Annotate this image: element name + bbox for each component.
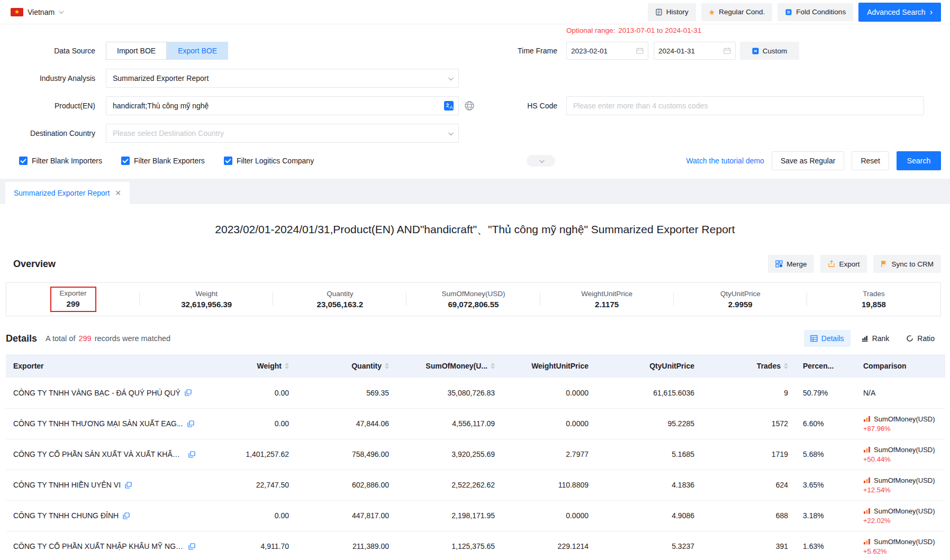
- exporter-name[interactable]: CÔNG TY TNHH CHUNG ĐỈNH: [13, 511, 119, 520]
- copy-icon[interactable]: [185, 389, 192, 396]
- quantity-cell: 47,844.06: [296, 408, 396, 439]
- custom-range-button[interactable]: Custom: [740, 42, 799, 60]
- qty-unit-price-cell: 5.1685: [596, 439, 702, 470]
- calendar-icon: [723, 47, 731, 54]
- stat-exporter: Exporter 299: [6, 287, 140, 312]
- qty-unit-price-cell: 5.3237: [596, 531, 702, 560]
- weight-cell: 0.00: [203, 500, 296, 531]
- vietnam-flag-icon: ★: [11, 8, 23, 16]
- time-frame-label: Time Frame: [504, 47, 557, 55]
- merge-button[interactable]: Merge: [768, 255, 814, 273]
- details-table: Exporter Weight Quantity SumOfMoney(U...…: [6, 354, 945, 560]
- col-trades[interactable]: Trades: [702, 354, 795, 378]
- view-rank-button[interactable]: Rank: [855, 330, 896, 347]
- filter-blank-importers-checkbox[interactable]: Filter Blank Importers: [19, 157, 102, 165]
- table-icon: [810, 335, 818, 342]
- copy-icon[interactable]: [187, 420, 194, 427]
- checkbox-checked-icon[interactable]: [19, 157, 28, 165]
- qty-unit-price-cell: 4.1836: [596, 470, 702, 500]
- close-icon[interactable]: ✕: [115, 189, 121, 197]
- filter-logitics-company-checkbox[interactable]: Filter Logitics Company: [224, 157, 314, 165]
- sum-cell: 4,556,117.09: [396, 408, 502, 439]
- export-button[interactable]: Export: [820, 255, 867, 273]
- trades-cell: 688: [702, 500, 795, 531]
- exporter-name[interactable]: CÔNG TY TNHH VÀNG BẠC - ĐÁ QUÝ PHÚ QUÝ: [13, 389, 180, 397]
- col-quantity[interactable]: Quantity: [296, 354, 396, 378]
- end-date-input[interactable]: [654, 42, 736, 60]
- col-exporter: Exporter: [6, 354, 203, 378]
- country-selector[interactable]: ★ Vietnam: [11, 8, 62, 16]
- quantity-cell: 569.35: [296, 378, 396, 408]
- data-source-segment: Import BOE Export BOE: [106, 42, 228, 60]
- col-weight-unit-price: WeightUnitPrice: [502, 354, 596, 378]
- exporter-name[interactable]: CÔNG TY CỔ PHẦN SẢN XUẤT VÀ XUẤT KHẨU ..…: [13, 450, 184, 458]
- top-bar: ★ Vietnam History ★ Regular Cond. Fold C…: [0, 0, 950, 24]
- table-row: CÔNG TY CỔ PHẦN SẢN XUẤT VÀ XUẤT KHẨU ..…: [6, 439, 945, 470]
- product-en-input[interactable]: A: [106, 96, 459, 115]
- country-name: Vietnam: [28, 8, 55, 16]
- view-details-button[interactable]: Details: [804, 330, 851, 347]
- filter-blank-exporters-checkbox[interactable]: Filter Blank Exporters: [121, 157, 205, 165]
- copy-icon[interactable]: [123, 512, 130, 519]
- stat-quantity: Quantity 23,056,163.2: [273, 290, 406, 309]
- matched-count: 299: [78, 334, 91, 343]
- destination-country-select[interactable]: Please select Destination Country: [106, 124, 459, 143]
- sync-to-crm-button[interactable]: Sync to CRM: [873, 255, 941, 273]
- tutorial-demo-link[interactable]: Watch the tutorial demo: [686, 157, 764, 165]
- exporter-name[interactable]: CÔNG TY CỔ PHẦN XUẤT NHẬP KHẨU MỸ NGH...: [13, 542, 184, 550]
- globe-icon[interactable]: [464, 100, 475, 111]
- fold-conditions-button[interactable]: Fold Conditions: [777, 3, 853, 21]
- export-icon: [828, 260, 835, 268]
- sort-icon[interactable]: [385, 363, 389, 369]
- red-highlight-box: Exporter 299: [50, 287, 96, 312]
- start-date-input[interactable]: [566, 42, 648, 60]
- expand-conditions-button[interactable]: [527, 155, 555, 167]
- form-row-product: Product(EN) A HS Code: [0, 92, 950, 120]
- comparison-change: +22.02%: [863, 517, 938, 525]
- col-sum-of-money[interactable]: SumOfMoney(U...: [396, 354, 502, 378]
- exporter-name[interactable]: CÔNG TY TNHH THƯƠNG MẠI SẢN XUẤT EAG...: [13, 419, 183, 428]
- export-boe-option[interactable]: Export BOE: [167, 42, 228, 60]
- reset-button[interactable]: Reset: [852, 151, 889, 170]
- industry-analysis-select[interactable]: Summarized Exporter Report: [106, 69, 459, 88]
- trades-cell: 391: [702, 531, 795, 560]
- checkbox-checked-icon[interactable]: [224, 157, 232, 165]
- copy-icon[interactable]: [125, 482, 132, 489]
- qty-unit-price-cell: 4.9086: [596, 500, 702, 531]
- comparison-cell: SumOfMoney(USD) +5.62%: [856, 531, 945, 560]
- trades-cell: 1719: [702, 439, 795, 470]
- advanced-search-button[interactable]: Advanced Search ›: [858, 3, 941, 22]
- hs-code-input[interactable]: [566, 96, 924, 115]
- percent-cell: 50.79%: [795, 378, 856, 408]
- sort-icon[interactable]: [784, 363, 788, 369]
- col-weight[interactable]: Weight: [203, 354, 296, 378]
- save-as-regular-button[interactable]: Save as Regular: [772, 151, 845, 170]
- table-row: CÔNG TY TNHH CHUNG ĐỈNH 0.00 447,817.00 …: [6, 500, 945, 531]
- stat-weight-unit-price: WeightUnitPrice 2.1175: [540, 290, 674, 309]
- matched-records-text: A total of 299 records were matched: [46, 334, 170, 343]
- translate-icon[interactable]: A: [444, 100, 454, 111]
- product-en-label: Product(EN): [0, 102, 95, 110]
- import-boe-option[interactable]: Import BOE: [106, 42, 167, 60]
- sort-icon[interactable]: [491, 363, 495, 369]
- weight-unit-price-cell: 110.8809: [502, 470, 596, 500]
- comparison-change: +12.54%: [863, 486, 938, 494]
- qty-unit-price-cell: 95.2285: [596, 408, 702, 439]
- checkbox-checked-icon[interactable]: [121, 157, 130, 165]
- weight-unit-price-cell: 0.0000: [502, 378, 596, 408]
- stat-sum-of-money: SumOfMoney(USD) 69,072,806.55: [406, 290, 540, 309]
- copy-icon[interactable]: [188, 543, 195, 550]
- search-button[interactable]: Search: [897, 151, 941, 170]
- view-ratio-button[interactable]: Ratio: [900, 330, 941, 347]
- percent-cell: 6.60%: [795, 408, 856, 439]
- sort-icon[interactable]: [285, 363, 289, 369]
- exporter-name[interactable]: CÔNG TY TNHH HIỀN UYÊN VI: [13, 481, 121, 489]
- comparison-cell: SumOfMoney(USD) +12.54%: [856, 470, 945, 500]
- history-button[interactable]: History: [648, 3, 696, 21]
- tab-summarized-exporter-report[interactable]: Summarized Exporter Report ✕: [5, 182, 130, 204]
- sum-cell: 3,920,255.69: [396, 439, 502, 470]
- regular-cond-button[interactable]: ★ Regular Cond.: [701, 3, 773, 21]
- weight-unit-price-cell: 2.7977: [502, 439, 596, 470]
- copy-icon[interactable]: [188, 451, 195, 458]
- report-content: 2023/02/01-2024/01/31,Product(EN) AND"ha…: [0, 204, 950, 560]
